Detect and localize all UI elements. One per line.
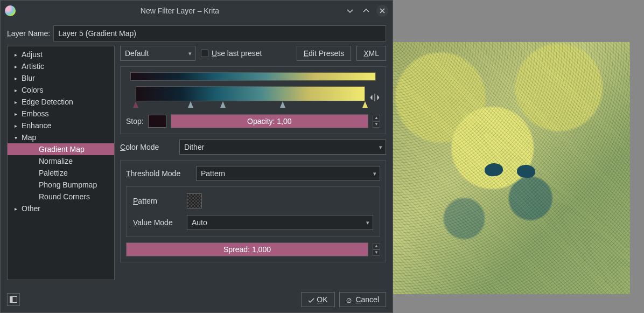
tree-item-label: Blur [22,74,35,82]
tree-item-colors[interactable]: ▸Colors [8,84,114,96]
tree-item-adjust[interactable]: ▸Adjust [8,48,114,60]
tree-item-enhance[interactable]: ▸Enhance [8,120,114,131]
dialog-body: ▸Adjust▸Artistic▸Blur▸Colors▸Edge Detect… [1,46,393,287]
gradient-stop-marker[interactable] [188,101,193,108]
opacity-spin[interactable]: ▲▼ [373,115,380,128]
ok-button[interactable]: OK [301,292,334,307]
tree-item-label: Other [22,204,40,213]
window-maximize-icon[interactable] [360,5,372,17]
threshold-mode-combo[interactable]: Pattern [196,166,380,181]
pattern-row: Pattern [133,193,373,208]
gradient-stop-marker[interactable] [220,101,226,108]
spread-spin[interactable]: ▲▼ [373,243,380,256]
layer-name-input[interactable] [53,25,386,41]
color-mode-combo[interactable]: Dither [179,140,386,155]
tree-item-artistic[interactable]: ▸Artistic [8,60,114,72]
threshold-mode-row: Threshold Mode Pattern [126,166,380,181]
pattern-swatch[interactable] [187,193,202,208]
spread-slider[interactable]: Spread: 1,000 [126,242,368,256]
xml-button[interactable]: XML [356,46,386,61]
value-mode-combo[interactable]: Auto [187,215,373,230]
chevron-right-icon: ▸ [13,206,18,211]
chevron-right-icon: ▸ [13,87,18,93]
checkbox-box [201,50,208,57]
opacity-slider[interactable]: Opacity: 1,00 [171,114,368,128]
chevron-right-icon: ▸ [13,123,18,128]
gradient-stop-marker[interactable] [133,101,138,108]
filter-config: Default Use last preset Edit Presets XML [120,46,386,280]
tree-item-label: Artistic [22,62,44,71]
tree-item-emboss[interactable]: ▸Emboss [8,108,114,120]
chevron-down-icon: ▾ [13,135,18,140]
dialog-footer: OK Cancel [1,287,393,312]
app-icon [5,5,16,16]
canvas-preview [393,42,630,294]
chevron-right-icon: ▸ [13,64,18,69]
tree-item-label: Emboss [22,109,49,118]
tree-item-label: Colors [22,86,43,94]
tree-item-round-corners[interactable]: Round Corners [8,191,114,203]
pattern-label: Pattern [133,197,181,205]
color-mode-row: Color Mode Dither [120,140,386,155]
titlebar: New Filter Layer – Krita [1,1,393,21]
stop-row: Stop: Opacity: 1,00 ▲▼ [126,114,380,128]
dialog-new-filter-layer: New Filter Layer – Krita Layer Name: ▸Ad… [0,0,393,313]
value-mode-row: Value Mode Auto [133,215,373,230]
tree-item-label: Map [22,133,36,142]
filter-tree[interactable]: ▸Adjust▸Artistic▸Blur▸Colors▸Edge Detect… [7,46,115,280]
layer-name-label: Layer Name: [7,29,50,38]
preset-combo[interactable]: Default [120,46,195,61]
threshold-mode-label: Threshold Mode [126,169,191,178]
gradient-stop-marker[interactable] [362,101,368,108]
use-last-preset-label: Use last preset [212,49,262,58]
cancel-button[interactable]: Cancel [339,292,386,307]
color-mode-label: Color Mode [120,143,174,151]
value-mode-label: Value Mode [133,218,181,227]
tree-item-phong-bumpmap[interactable]: Phong Bumpmap [8,179,114,191]
gradient-preview [130,72,376,81]
spread-row: Spread: 1,000 ▲▼ [126,242,380,256]
edit-presets-button[interactable]: Edit Presets [297,46,351,61]
tree-item-label: Edge Detection [22,98,73,106]
mirror-gradient-icon[interactable] [369,92,380,103]
tree-item-label: Enhance [22,121,51,130]
tree-item-label: Adjust [22,50,43,59]
chevron-right-icon: ▸ [13,75,18,81]
stop-color-swatch[interactable] [148,115,166,128]
tree-item-map[interactable]: ▾Map [8,131,114,143]
layer-name-row: Layer Name: [1,21,393,46]
svg-rect-1 [10,297,13,303]
preset-row: Default Use last preset Edit Presets XML [120,46,386,61]
tree-item-other[interactable]: ▸Other [8,203,114,214]
window-title: New Filter Layer – Krita [20,6,340,15]
chevron-right-icon: ▸ [13,99,18,105]
window-minimize-icon[interactable] [344,5,356,17]
chevron-right-icon: ▸ [13,52,18,57]
tree-item-gradient-map[interactable]: Gradient Map [8,143,114,155]
window-close-icon[interactable] [376,5,388,17]
use-last-preset-checkbox[interactable]: Use last preset [201,49,262,58]
tree-item-normalize[interactable]: Normalize [8,155,114,167]
chevron-right-icon: ▸ [13,111,18,116]
tree-item-edge-detection[interactable]: ▸Edge Detection [8,96,114,108]
gradient-stop-editor[interactable] [136,86,365,109]
pattern-panel: Pattern Value Mode Auto [126,186,380,237]
stop-label: Stop: [126,117,144,126]
tree-item-blur[interactable]: ▸Blur [8,72,114,84]
gradient-panel: Stop: Opacity: 1,00 ▲▼ [120,66,386,134]
preview-toggle-icon[interactable] [7,293,20,306]
gradient-stop-marker[interactable] [280,101,285,108]
tree-item-palettize[interactable]: Palettize [8,167,114,179]
dither-panel: Threshold Mode Pattern Pattern Value Mod… [120,160,386,262]
